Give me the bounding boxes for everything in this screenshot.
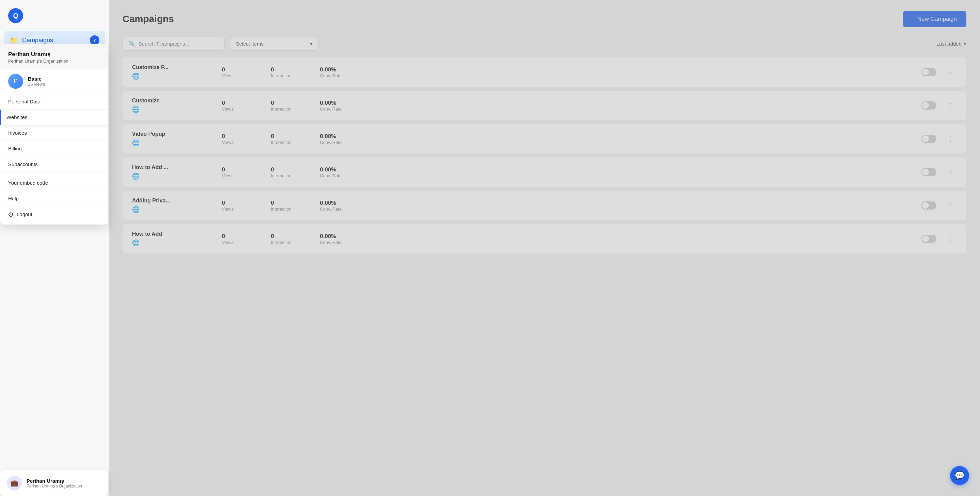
- user-plan-row: P Basic 15 views: [0, 69, 108, 94]
- chat-bubble[interactable]: 💬: [950, 466, 969, 485]
- logout-label: Logout: [17, 211, 32, 217]
- plan-label: Basic: [28, 76, 45, 82]
- bottom-user-name: Perihan Uramış: [27, 478, 82, 484]
- user-panel-header: Perihan Uramış Perihan Uramış's Organiza…: [0, 44, 108, 69]
- plan-avatar: P: [8, 74, 23, 89]
- sidebar-item-label-campaigns: Campaigns: [22, 37, 53, 44]
- sidebar-logo: Q: [0, 0, 109, 29]
- menu-item-billing[interactable]: Billing: [0, 141, 108, 156]
- bottom-user-avatar: 💼: [7, 475, 22, 491]
- app-logo[interactable]: Q: [8, 8, 23, 23]
- logout-icon: ⏻: [8, 211, 13, 217]
- menu-item-personal-data[interactable]: Personal Data: [0, 94, 108, 110]
- plan-views: 15 views: [28, 82, 45, 87]
- campaigns-icon: 📁: [10, 36, 18, 44]
- menu-item-embed[interactable]: Your embed code: [0, 175, 108, 191]
- menu-item-invoices[interactable]: Invoices: [0, 125, 108, 141]
- bottom-user-bar[interactable]: 💼 Perihan Uramış Perihan Uramış's Organi…: [0, 470, 108, 496]
- dim-overlay: [0, 0, 980, 496]
- menu-item-websites[interactable]: Websites: [0, 110, 108, 125]
- menu-item-help[interactable]: Help: [0, 191, 108, 207]
- campaigns-badge: 7: [90, 35, 99, 45]
- bottom-user-org: Perihan Uramış's Organization: [27, 484, 82, 488]
- panel-bottom-section: Your embed code Help ⏻ Logout: [0, 172, 108, 224]
- user-panel: Perihan Uramış Perihan Uramış's Organiza…: [0, 44, 108, 224]
- user-menu: Personal Data Websites Invoices Billing …: [0, 94, 108, 172]
- user-panel-name: Perihan Uramış: [8, 51, 100, 58]
- plan-info: Basic 15 views: [28, 76, 45, 87]
- bottom-user-info: Perihan Uramış Perihan Uramış's Organiza…: [27, 478, 82, 488]
- chat-icon: 💬: [955, 471, 965, 480]
- user-panel-org: Perihan Uramış's Organization: [8, 59, 100, 64]
- briefcase-icon: 💼: [11, 479, 18, 487]
- menu-item-subaccounts[interactable]: Subaccounts: [0, 156, 108, 172]
- logout-button[interactable]: ⏻ Logout: [0, 207, 108, 222]
